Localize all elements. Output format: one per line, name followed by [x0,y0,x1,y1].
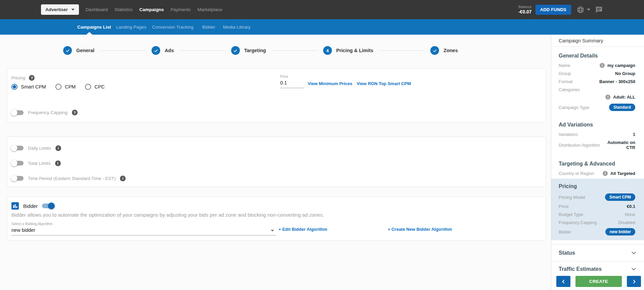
main-content: General Ads Targeting 4 Pricing & Limits [0,35,551,290]
wizard-footer: CREATE [551,276,644,287]
next-step-button[interactable] [627,276,641,287]
traffic-estimates-collapsible[interactable]: Traffic Estimates [551,261,644,277]
pricing-card-title: Pricing [11,75,25,80]
radio-option-smart-cpm[interactable]: Smart CPM [11,84,49,90]
check-icon [231,46,240,55]
frequency-capping-toggle[interactable] [11,110,24,115]
step-pricing-limits[interactable]: 4 Pricing & Limits [323,46,373,55]
summary-row-campaign-type: Campaign Type Standard [559,104,635,111]
balance-display: Balance -€0.07 [518,5,532,14]
step-targeting[interactable]: Targeting [231,46,266,55]
chevron-down-icon [271,230,274,231]
view-minimum-prices-link[interactable]: View Minimum Prices [308,81,352,86]
step-label: Ads [165,48,174,53]
summary-row-budget-type: Budget Type None [559,212,635,217]
balance-label: Balance [518,5,532,9]
summary-row-price: Price €0.1 [559,204,635,209]
create-bidder-algorithm-link[interactable]: + Create New Bidder Algorithm [388,227,452,232]
chevron-down-icon[interactable] [587,9,590,10]
summary-general-section: General Details Name imy campaign Group … [551,53,644,111]
bidder-toggle[interactable] [42,204,54,208]
campaign-summary-panel: Campaign Summary General Details Name im… [551,35,644,290]
summary-row-categories: Categories [559,87,635,92]
chevron-down-icon [632,266,636,270]
radio-selected-icon [11,84,17,90]
step-number: 4 [323,46,332,55]
time-period-label: Time Period (Eastern Standard Time - EST… [28,176,116,181]
bidder-description: Bidder allows you to automate the optimi… [11,212,324,218]
info-icon[interactable]: i [55,145,61,151]
frequency-capping-label: Frequency Capping [28,110,68,115]
daily-limits-label: Daily Limits [28,146,51,151]
step-ads[interactable]: Ads [152,46,174,55]
chevron-left-icon [562,280,566,283]
pricing-heading: Pricing [559,183,635,189]
targeting-advanced-heading: Targeting & Advanced [559,161,635,167]
status-collapsible[interactable]: Status [551,244,644,261]
nav-payments[interactable]: Payments [167,0,194,19]
summary-targeting-section: Targeting & Advanced Country or Region i… [551,161,644,176]
nav-campaigns[interactable]: Campaigns [136,0,167,19]
help-icon[interactable]: ? [72,110,78,115]
support-chat-icon[interactable] [596,7,602,13]
campaign-type-badge: Standard [609,104,635,111]
limits-card: Daily Limits i Total Limits i Time Perio… [7,137,546,187]
bidding-algorithm-selected-value[interactable]: new bidder [11,227,276,235]
summary-row-country: Country or Region iAll Targeted [559,171,635,176]
info-icon[interactable]: i [600,63,605,68]
previous-step-button[interactable] [556,276,570,287]
price-field-block: Price 0.1 [280,74,304,88]
nav-marketplace[interactable]: Marketplace [194,0,226,19]
price-input[interactable]: 0.1 [280,80,304,88]
daily-limits-toggle[interactable] [11,146,24,150]
check-icon [63,46,72,55]
summary-row-name: Name imy campaign [559,63,635,68]
chevron-right-icon [632,280,635,283]
nav-statistics[interactable]: Statistics [111,0,136,19]
info-icon[interactable]: i [605,95,610,100]
summary-row-format: Format Banner - 300x250 [559,79,635,84]
radio-icon [55,84,61,90]
wizard-stepper: General Ads Targeting 4 Pricing & Limits [63,46,458,55]
summary-row-variations: Variations 1 [559,132,635,137]
pricing-model-radio-group: Smart CPM CPM CPC [11,84,114,90]
step-connector [100,50,146,51]
subnav-media-library[interactable]: Media Library [223,25,251,30]
help-icon[interactable]: ? [29,75,35,81]
subnav-conversion-tracking[interactable]: Conversion Tracking [152,25,194,30]
add-funds-button[interactable]: ADD FUNDS [535,5,571,15]
info-icon[interactable]: i [55,160,61,166]
edit-bidder-algorithm-link[interactable]: + Edit Bidder Algorithm [278,227,327,232]
bidding-algorithm-select-label: Select a Bidding Algorithm [11,222,276,226]
radio-option-cpm[interactable]: CPM [55,84,79,90]
total-limits-toggle[interactable] [11,161,24,166]
create-button[interactable]: CREATE [575,276,622,287]
radio-option-cpc[interactable]: CPC [85,84,108,90]
bidder-section-title: Bidder [23,203,38,209]
step-label: Targeting [244,48,266,53]
bidding-algorithm-select[interactable]: Select a Bidding Algorithm new bidder [11,222,276,235]
language-globe-icon[interactable] [577,6,584,13]
info-icon[interactable]: i [120,176,126,181]
subnav-landing-pages[interactable]: Landing Pages [116,25,146,30]
time-period-toggle[interactable] [11,176,24,181]
step-general[interactable]: General [63,46,94,55]
step-connector [379,50,425,51]
summary-row-frequency-capping: Frequency Capping Disabled [559,220,635,225]
nav-dashboard[interactable]: Dashboard [82,0,111,19]
step-zones[interactable]: Zones [430,46,458,55]
primary-nav: Dashboard Statistics Campaigns Payments … [82,0,225,19]
radio-icon [85,84,91,90]
price-field-label: Price [280,74,304,78]
subnav-campaigns-list[interactable]: Campaigns List [77,25,111,30]
summary-row-group: Group No Group [559,71,635,76]
summary-row-adult: iAdult: ALL [559,95,635,100]
subnav-bidder[interactable]: Bidder [202,25,215,30]
view-ron-top-smart-cpm-link[interactable]: View RON Top Smart CPM [357,81,411,86]
step-connector [179,50,226,51]
advertiser-label: Advertiser [45,7,68,12]
advertiser-menu-button[interactable]: Advertiser [41,4,79,15]
info-icon[interactable]: i [603,171,608,176]
pricing-model-badge: Smart CPM [605,193,635,201]
bar-chart-icon [11,202,19,210]
